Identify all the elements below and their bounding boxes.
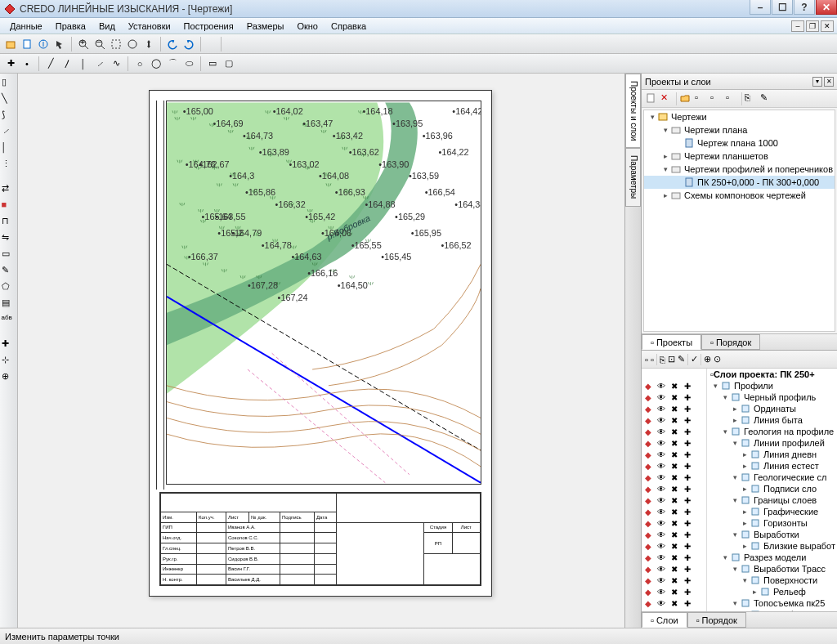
lt-poly-icon[interactable]: ⬠ — [2, 281, 16, 296]
layer-node[interactable]: ▸Ординаты — [707, 403, 837, 414]
doc-restore[interactable]: ❐ — [806, 20, 819, 32]
layer-node[interactable]: ▾Выработки Трасс — [707, 563, 837, 575]
lt-nodes-icon[interactable]: ⋮ — [2, 159, 16, 173]
tb-rect-icon[interactable]: ▭ — [205, 56, 220, 71]
tb-zoom-extents-icon[interactable] — [125, 37, 140, 51]
layer-tree[interactable]: ▫ Слои проекта: ПК 250+ ▾Профили▾Черный … — [707, 369, 837, 611]
tab-projects[interactable]: ▫Проекты — [642, 334, 701, 350]
tb-zoom-in-icon[interactable]: + — [76, 37, 91, 51]
ltb-4-icon[interactable]: ⊡ — [668, 354, 675, 364]
menu-construct[interactable]: Построения — [177, 20, 240, 33]
tb-spline-icon[interactable]: ∿ — [109, 56, 123, 71]
ltb-2-icon[interactable]: ▫ — [651, 355, 654, 364]
tab-layers[interactable]: ▫Слои — [642, 612, 687, 628]
ltb-7-icon[interactable]: ⊕ — [704, 354, 711, 364]
lt-snap-icon[interactable]: ⊹ — [2, 355, 16, 369]
help-button[interactable]: ? — [794, 0, 815, 15]
ltb-6-icon[interactable]: ✓ — [691, 354, 698, 364]
layer-node[interactable]: ▸Горизонты — [707, 517, 837, 529]
ltb-8-icon[interactable]: ⊙ — [714, 354, 721, 364]
layer-node[interactable]: ▾Профили — [707, 380, 837, 391]
minimize-button[interactable]: – — [750, 0, 771, 15]
tb-rect2-icon[interactable]: ▢ — [222, 56, 236, 71]
vert-tab-params[interactable]: Параметры — [625, 148, 641, 206]
lt-target-icon[interactable]: ⊕ — [2, 371, 16, 386]
lt-vert-icon[interactable]: │ — [2, 142, 16, 157]
layer-node[interactable]: ▾Линии профилей — [707, 437, 837, 449]
layer-node[interactable]: ▸Линия дневн — [707, 449, 837, 460]
tb-line-icon[interactable]: ╱ — [43, 56, 58, 71]
tab-layer-order[interactable]: ▫Порядок — [687, 612, 746, 628]
tree-node[interactable]: ▾Чертежи профилей и поперечников — [644, 163, 835, 176]
tb-undo-icon[interactable] — [165, 37, 180, 51]
ltb-3-icon[interactable]: ⎘ — [660, 355, 665, 364]
tree-node[interactable]: Чертеж плана 1000 — [644, 136, 835, 150]
tree-node[interactable]: ПК 250+0,000 - ПК 300+0,000 — [644, 176, 835, 189]
tree-node[interactable]: ▾Чертежи плана — [644, 123, 835, 136]
lt-join-icon[interactable]: ⊓ — [2, 216, 16, 230]
menu-settings[interactable]: Установки — [122, 20, 177, 33]
ptb-copy-icon[interactable]: ⎘ — [745, 92, 758, 105]
tb-arc-icon[interactable]: ⌒ — [165, 56, 180, 71]
tb-polyline-icon[interactable]: 〳 — [60, 56, 74, 71]
tb-redo-icon[interactable] — [181, 37, 196, 51]
doc-minimize[interactable]: – — [791, 20, 804, 32]
layer-node[interactable]: ▸Рельеф — [707, 586, 837, 597]
ltb-1-icon[interactable]: ▫ — [645, 355, 648, 364]
layer-node[interactable]: ▸Близкие выработ — [707, 540, 837, 552]
ptb-new-icon[interactable] — [645, 92, 658, 105]
lt-rect-icon[interactable]: ▯ — [2, 77, 16, 92]
lt-rect2-icon[interactable]: ▭ — [2, 248, 16, 263]
layer-node[interactable]: ▾Разрез модели — [707, 552, 837, 563]
tb-point-icon[interactable]: • — [20, 56, 34, 71]
tb-curve-icon[interactable]: ⟋ — [92, 56, 107, 71]
menu-window[interactable]: Окно — [290, 20, 325, 33]
layer-node[interactable]: ▾Геология на профиле — [707, 426, 837, 437]
layer-node[interactable]: ▾Поверхности — [707, 575, 837, 586]
ptb-doc1-icon[interactable]: ▫ — [695, 92, 708, 105]
tb-ellipse-icon[interactable]: ⬭ — [181, 56, 196, 71]
tb-vert-icon[interactable]: │ — [76, 56, 91, 71]
menu-edit[interactable]: Правка — [49, 20, 92, 33]
doc-close[interactable]: ✕ — [821, 20, 834, 32]
tb-pan-icon[interactable] — [141, 37, 156, 51]
tb-props-icon[interactable]: i — [36, 37, 51, 51]
panel-close-icon[interactable]: ✕ — [824, 77, 834, 87]
tb-circle2-icon[interactable]: ◯ — [149, 56, 163, 71]
lt-arc-icon[interactable]: ⟆ — [2, 110, 16, 124]
canvas[interactable]: р.Бобровка •165,00•164,69 — [18, 74, 624, 628]
layer-visibility-grid[interactable]: ◆👁✖✚◆👁✖✚◆👁✖✚◆👁✖✚◆👁✖✚◆👁✖✚◆👁✖✚◆👁✖✚◆👁✖✚◆👁✖✚… — [642, 369, 707, 611]
maximize-button[interactable]: ☐ — [772, 0, 793, 15]
lt-dash-icon[interactable]: ▤ — [2, 297, 16, 312]
ptb-open-icon[interactable] — [679, 92, 692, 105]
tree-node[interactable]: ▸Чертежи планшетов — [644, 150, 835, 163]
tree-node[interactable]: ▸Схемы компоновок чертежей — [644, 189, 835, 202]
layer-node[interactable]: ▾Геологические сл — [707, 472, 837, 483]
vert-tab-projects[interactable]: Проекты и слои — [625, 74, 641, 148]
lt-mirror-icon[interactable]: ⇋ — [2, 232, 16, 247]
tb-new-icon[interactable] — [20, 37, 34, 51]
layer-node[interactable]: ▸Подписи сло — [707, 483, 837, 494]
close-button[interactable]: ✕ — [816, 0, 837, 15]
layer-node[interactable]: ▾Границы слоев — [707, 494, 837, 506]
tb-zoom-window-icon[interactable] — [109, 37, 123, 51]
ptb-delete-icon[interactable]: ✕ — [660, 92, 674, 105]
tb-circle-icon[interactable]: ○ — [132, 56, 147, 71]
tb-select-icon[interactable] — [52, 37, 67, 51]
layer-node[interactable]: ▸Линия естест — [707, 460, 837, 472]
lt-swap-icon[interactable]: ⇄ — [2, 183, 16, 198]
projects-tree[interactable]: ▾Чертежи▾Чертежи плана Чертеж плана 1000… — [643, 110, 835, 332]
lt-color-icon[interactable]: ■ — [2, 199, 16, 214]
ptb-doc3-icon[interactable]: ▫ — [726, 92, 739, 105]
layer-node[interactable]: ▸Графические — [707, 506, 837, 517]
lt-text-icon[interactable]: абв — [2, 314, 16, 329]
panel-pin-icon[interactable]: ▾ — [812, 77, 822, 87]
tree-node[interactable]: ▾Чертежи — [644, 110, 835, 123]
layer-node[interactable]: ▾Топосъемка пк25 — [707, 597, 837, 609]
lt-curve-icon[interactable]: ⟋ — [2, 126, 16, 141]
menu-view[interactable]: Вид — [92, 20, 122, 33]
layer-node[interactable]: ▾Выработки — [707, 529, 837, 540]
layer-node[interactable]: ▾Черный профиль — [707, 391, 837, 403]
tb-cursor-icon[interactable]: ✚ — [3, 56, 18, 71]
ptb-edit-icon[interactable]: ✎ — [760, 92, 773, 105]
